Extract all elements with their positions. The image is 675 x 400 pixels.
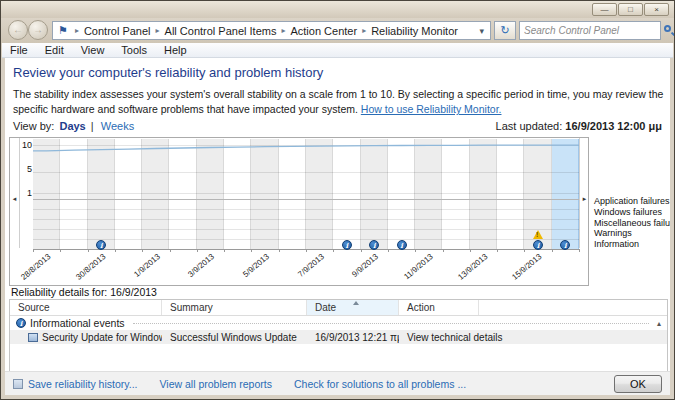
information-event-icon: i	[560, 240, 570, 250]
content-area: Review your computer's reliability and p…	[5, 58, 670, 395]
refresh-button[interactable]: ↻	[494, 21, 516, 40]
title-bar[interactable]: — □ ×	[1, 1, 674, 18]
search-input[interactable]	[520, 25, 662, 36]
day-column-30/8/2013[interactable]	[88, 139, 115, 249]
day-column-5/9/2013[interactable]	[251, 139, 278, 249]
minimize-icon: —	[601, 5, 609, 14]
day-column-7/9/2013[interactable]	[306, 139, 333, 249]
day-column-9/9/2013[interactable]	[361, 139, 388, 249]
column-header-action[interactable]: Action	[399, 300, 479, 315]
table-row[interactable]: Security Update for Windows 7 (K... Succ…	[10, 330, 667, 344]
view-by-separator: |	[91, 120, 94, 132]
close-icon: ×	[654, 5, 659, 14]
axis-tick	[361, 249, 362, 252]
breadcrumb-item-action-center[interactable]: Action Center	[290, 25, 357, 37]
maximize-button[interactable]: □	[618, 3, 643, 16]
breadcrumb-item-reliability-monitor[interactable]: Reliability Monitor	[371, 25, 458, 37]
information-event-icon: i	[397, 240, 407, 250]
minimize-button[interactable]: —	[592, 3, 617, 16]
collapse-group-icon[interactable]: ▴	[657, 319, 661, 328]
navigation-bar: ← → ⚑ ▸ Control Panel ▸ All Control Pane…	[1, 18, 674, 43]
view-by-label: View by:	[13, 120, 54, 132]
gridline	[33, 219, 579, 220]
action-center-flag-icon: ⚑	[58, 24, 68, 37]
menu-tools[interactable]: Tools	[121, 44, 147, 56]
legend-row: Application failures	[594, 196, 670, 207]
axis-tick	[306, 249, 307, 252]
gridline	[33, 209, 579, 210]
view-technical-details-link[interactable]: View technical details	[399, 332, 519, 343]
x-axis-label: 7/9/2013	[296, 252, 326, 279]
close-button[interactable]: ×	[644, 3, 669, 16]
breadcrumb-separator-icon: ▸	[75, 26, 79, 35]
day-column-28/8/2013[interactable]	[33, 139, 60, 249]
day-column-11/9/2013[interactable]	[415, 139, 442, 249]
chart-scroll-left-strip: ◄	[10, 138, 20, 248]
menu-file[interactable]: File	[10, 44, 28, 56]
axis-tick	[88, 249, 89, 252]
information-event-icon: i	[533, 240, 543, 250]
menu-edit[interactable]: Edit	[45, 44, 64, 56]
day-column-6/9/2013[interactable]	[279, 139, 306, 249]
day-column-1/9/2013[interactable]	[142, 139, 169, 249]
day-column-8/9/2013[interactable]	[333, 139, 360, 249]
menu-help[interactable]: Help	[164, 44, 187, 56]
breadcrumb-separator-icon: ▸	[362, 26, 366, 35]
day-column-29/8/2013[interactable]	[60, 139, 87, 249]
search-icon[interactable]	[662, 24, 675, 38]
axis-tick	[524, 249, 525, 252]
column-header-filler	[479, 300, 667, 315]
chart-scroll-right-button[interactable]: ►	[580, 196, 589, 202]
day-column-3/9/2013[interactable]	[197, 139, 224, 249]
breadcrumb-item-all-items[interactable]: All Control Panel Items	[165, 25, 277, 37]
back-icon: ←	[13, 24, 23, 35]
day-column-4/9/2013[interactable]	[224, 139, 251, 249]
informational-events-group-row[interactable]: i Informational events ▴	[10, 316, 667, 330]
reliability-monitor-window: — □ × ← → ⚑ ▸ Control Panel ▸ All Contro…	[0, 0, 675, 400]
column-header-source[interactable]: Source	[10, 300, 162, 315]
axis-tick	[279, 249, 280, 252]
axis-tick	[579, 249, 580, 252]
x-axis-label: 9/9/2013	[350, 252, 380, 279]
row-summary: Successful Windows Update	[162, 332, 307, 343]
column-header-summary[interactable]: Summary	[162, 300, 307, 315]
y-axis-tick-10: 10	[20, 140, 32, 150]
address-dropdown-button[interactable]: ▾	[476, 26, 487, 36]
refresh-icon: ↻	[500, 24, 509, 36]
stability-chart: ◄ 10 5 1 iiiiii! ► 28/8/201330/8/20131/9…	[9, 137, 589, 286]
row-source: Security Update for Windows 7 (K...	[42, 332, 162, 343]
save-reliability-history-link[interactable]: Save reliability history...	[28, 378, 138, 390]
axis-tick	[388, 249, 389, 252]
search-box	[519, 21, 661, 40]
day-column-2/9/2013[interactable]	[170, 139, 197, 249]
breadcrumb-separator-icon: ▸	[156, 26, 160, 35]
ok-button[interactable]: OK	[614, 375, 662, 393]
column-header-date[interactable]: Date	[307, 300, 399, 315]
day-column-12/9/2013[interactable]	[443, 139, 470, 249]
gridline	[33, 239, 579, 240]
details-title: Reliability details for: 16/9/2013	[11, 286, 157, 298]
chart-scroll-left-button[interactable]: ◄	[10, 196, 19, 202]
forward-button[interactable]: →	[28, 20, 48, 40]
back-button[interactable]: ←	[8, 20, 28, 40]
breadcrumb-item-control-panel[interactable]: Control Panel	[84, 25, 151, 37]
day-column-10/9/2013[interactable]	[388, 139, 415, 249]
address-bar[interactable]: ⚑ ▸ Control Panel ▸ All Control Panel It…	[52, 21, 491, 40]
gridline	[33, 193, 579, 194]
day-column-16/9/2013[interactable]	[552, 139, 579, 249]
how-to-use-link[interactable]: How to use Reliability Monitor.	[361, 103, 502, 115]
day-column-31/8/2013[interactable]	[115, 139, 142, 249]
axis-tick	[443, 249, 444, 252]
menu-view[interactable]: View	[81, 44, 105, 56]
view-by-weeks[interactable]: Weeks	[101, 120, 134, 132]
day-column-13/9/2013[interactable]	[470, 139, 497, 249]
view-by-days[interactable]: Days	[59, 120, 85, 132]
check-for-solutions-link[interactable]: Check for solutions to all problems ...	[294, 378, 466, 390]
information-event-icon: i	[96, 240, 106, 250]
legend-row: Windows failures	[594, 207, 670, 218]
row-date: 16/9/2013 12:21 πμ	[307, 332, 399, 343]
view-all-problem-reports-link[interactable]: View all problem reports	[160, 378, 272, 390]
information-event-icon: i	[369, 240, 379, 250]
group-label: Informational events	[30, 317, 125, 329]
day-column-14/9/2013[interactable]	[497, 139, 524, 249]
